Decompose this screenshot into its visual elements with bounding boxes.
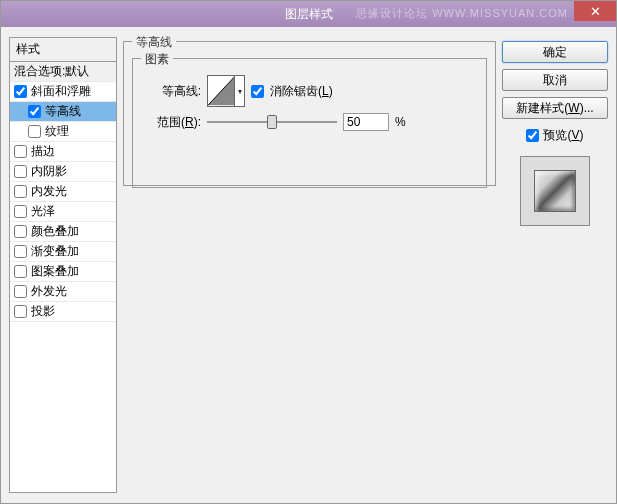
styles-list: 混合选项:默认 斜面和浮雕等高线纹理描边内阴影内发光光泽颜色叠加渐变叠加图案叠加… [9, 61, 117, 493]
contour-legend: 等高线 [132, 34, 176, 51]
contour-label: 等高线: [141, 83, 201, 100]
style-label-6: 光泽 [31, 203, 55, 220]
contour-picker[interactable]: ▾ [207, 75, 245, 107]
style-item-0[interactable]: 斜面和浮雕 [10, 82, 116, 102]
preview-row: 预览(V) [502, 127, 608, 144]
range-row: 范围(R): % [141, 113, 478, 131]
style-item-10[interactable]: 外发光 [10, 282, 116, 302]
style-checkbox-7[interactable] [14, 225, 27, 238]
settings-panel: 等高线 图素 等高线: ▾ 消除锯齿(L) [123, 37, 496, 493]
layer-style-dialog: 图层样式 思缘设计论坛 WWW.MISSYUAN.COM ✕ 样式 混合选项:默… [0, 0, 617, 504]
style-checkbox-0[interactable] [14, 85, 27, 98]
cancel-button[interactable]: 取消 [502, 69, 608, 91]
antialias-label[interactable]: 消除锯齿(L) [270, 83, 333, 100]
style-item-7[interactable]: 颜色叠加 [10, 222, 116, 242]
style-label-3: 描边 [31, 143, 55, 160]
style-label-5: 内发光 [31, 183, 67, 200]
style-checkbox-5[interactable] [14, 185, 27, 198]
close-button[interactable]: ✕ [574, 1, 616, 21]
style-item-1[interactable]: 等高线 [10, 102, 116, 122]
antialias-checkbox[interactable] [251, 85, 264, 98]
new-style-button[interactable]: 新建样式(W)... [502, 97, 608, 119]
ok-button[interactable]: 确定 [502, 41, 608, 63]
style-label-10: 外发光 [31, 283, 67, 300]
styles-header: 样式 [9, 37, 117, 62]
blending-label: 混合选项:默认 [14, 63, 89, 80]
contour-preview-icon [208, 76, 234, 106]
styles-panel: 样式 混合选项:默认 斜面和浮雕等高线纹理描边内阴影内发光光泽颜色叠加渐变叠加图… [9, 37, 117, 493]
contour-row: 等高线: ▾ 消除锯齿(L) [141, 75, 478, 107]
style-item-11[interactable]: 投影 [10, 302, 116, 322]
dialog-title: 图层样式 [285, 6, 333, 23]
range-unit: % [395, 115, 406, 129]
style-label-9: 图案叠加 [31, 263, 79, 280]
style-label-11: 投影 [31, 303, 55, 320]
range-input[interactable] [343, 113, 389, 131]
contour-fieldset: 等高线 图素 等高线: ▾ 消除锯齿(L) [123, 41, 496, 186]
watermark-text: 思缘设计论坛 WWW.MISSYUAN.COM [356, 6, 568, 21]
titlebar: 图层样式 思缘设计论坛 WWW.MISSYUAN.COM ✕ [1, 1, 616, 27]
style-label-4: 内阴影 [31, 163, 67, 180]
style-checkbox-9[interactable] [14, 265, 27, 278]
style-item-3[interactable]: 描边 [10, 142, 116, 162]
action-panel: 确定 取消 新建样式(W)... 预览(V) [502, 37, 608, 493]
style-item-9[interactable]: 图案叠加 [10, 262, 116, 282]
preview-checkbox[interactable] [526, 129, 539, 142]
style-checkbox-11[interactable] [14, 305, 27, 318]
preview-swatch [534, 170, 576, 212]
style-checkbox-6[interactable] [14, 205, 27, 218]
range-slider[interactable] [207, 113, 337, 131]
style-label-2: 纹理 [45, 123, 69, 140]
elements-fieldset: 图素 等高线: ▾ 消除锯齿(L) 范围(R): [132, 58, 487, 188]
style-label-1: 等高线 [45, 103, 81, 120]
style-item-4[interactable]: 内阴影 [10, 162, 116, 182]
content-area: 样式 混合选项:默认 斜面和浮雕等高线纹理描边内阴影内发光光泽颜色叠加渐变叠加图… [1, 27, 616, 503]
style-checkbox-10[interactable] [14, 285, 27, 298]
style-label-7: 颜色叠加 [31, 223, 79, 240]
style-label-8: 渐变叠加 [31, 243, 79, 260]
style-checkbox-4[interactable] [14, 165, 27, 178]
style-checkbox-8[interactable] [14, 245, 27, 258]
style-label-0: 斜面和浮雕 [31, 83, 91, 100]
blending-options-item[interactable]: 混合选项:默认 [10, 62, 116, 82]
preview-label[interactable]: 预览(V) [543, 127, 583, 144]
style-checkbox-2[interactable] [28, 125, 41, 138]
style-item-2[interactable]: 纹理 [10, 122, 116, 142]
style-item-5[interactable]: 内发光 [10, 182, 116, 202]
elements-legend: 图素 [141, 51, 173, 68]
chevron-down-icon[interactable]: ▾ [234, 76, 244, 106]
preview-thumbnail [520, 156, 590, 226]
style-item-6[interactable]: 光泽 [10, 202, 116, 222]
style-checkbox-1[interactable] [28, 105, 41, 118]
range-label: 范围(R): [141, 114, 201, 131]
style-checkbox-3[interactable] [14, 145, 27, 158]
style-item-8[interactable]: 渐变叠加 [10, 242, 116, 262]
slider-thumb[interactable] [267, 115, 277, 129]
